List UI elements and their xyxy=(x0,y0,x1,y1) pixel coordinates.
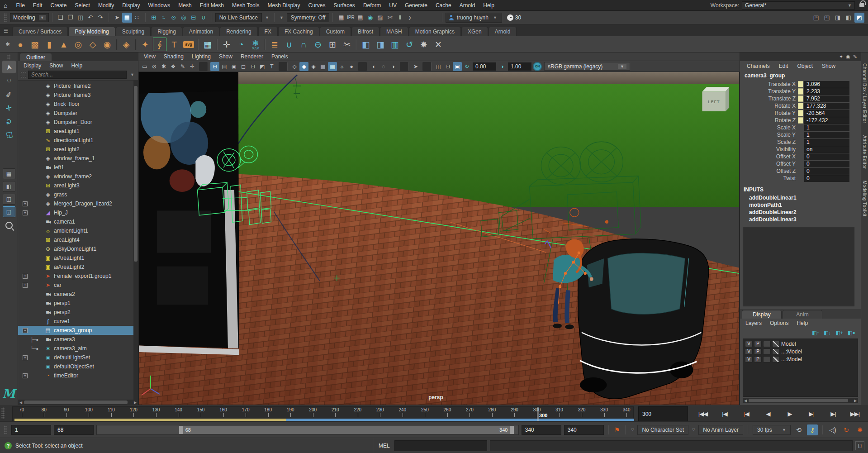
wall-billboard[interactable] xyxy=(139,72,239,355)
outliner-item[interactable]: ■◂ persp1 xyxy=(18,299,133,308)
layer-display-toggle[interactable] xyxy=(763,356,771,362)
outliner-item[interactable]: ▣ aiAreaLight1 xyxy=(18,253,133,262)
lock-camera-icon[interactable]: ⊘ xyxy=(150,62,159,71)
menu-item[interactable]: View xyxy=(140,52,159,61)
car-object[interactable] xyxy=(578,239,709,399)
smooth-icon[interactable]: ◨ xyxy=(374,38,387,51)
outliner-item[interactable]: ⊕ aiSkyDomeLight1 xyxy=(18,244,133,253)
safe-action-icon[interactable]: ◩ xyxy=(258,62,267,71)
chevron-down-icon[interactable]: ▼ xyxy=(278,15,285,20)
display-rgb-icon[interactable]: ▨ xyxy=(375,13,385,23)
isolate-select-icon[interactable]: ➤ xyxy=(411,62,420,71)
motion-blur-icon[interactable]: ◌ xyxy=(379,62,388,71)
lighting-icon[interactable]: ☼ xyxy=(337,62,346,71)
field-chart-icon[interactable]: ⊡ xyxy=(248,62,257,71)
layer-display-toggle[interactable] xyxy=(763,341,771,347)
pan-zoom-icon[interactable]: ✛ xyxy=(188,62,197,71)
layout-two-pane-icon[interactable]: ◧ xyxy=(3,181,15,192)
shelf-gear-icon[interactable]: ✱ xyxy=(3,41,13,48)
filter-icon[interactable] xyxy=(21,72,26,77)
multi-cut-icon[interactable]: ▥ xyxy=(388,38,402,51)
step-forward-key-button[interactable]: ▶| xyxy=(801,408,822,420)
select-component-icon[interactable]: ∷ xyxy=(132,13,142,23)
channel-row[interactable]: Scale Y 1 xyxy=(740,131,861,138)
boolean-union-icon[interactable]: ∪ xyxy=(282,38,296,51)
poly-cube-icon[interactable]: ▩ xyxy=(28,38,42,51)
chevron-down-icon[interactable]: ▼ xyxy=(128,72,136,77)
use-default-material-icon[interactable]: ▦ xyxy=(328,62,337,71)
render-frame-icon[interactable]: ▦ xyxy=(336,13,346,23)
menu-item[interactable]: Object xyxy=(793,62,817,70)
layer-visibility-toggle[interactable]: V xyxy=(745,341,753,347)
viewport-icon[interactable] xyxy=(358,62,367,71)
stack-icon[interactable]: ≣ xyxy=(268,38,281,51)
new-scene-icon[interactable]: ❏ xyxy=(56,13,66,23)
render-sequence-icon[interactable]: ▤ xyxy=(355,13,365,23)
layer-row[interactable]: V P ...:Model xyxy=(744,355,857,363)
layer-visibility-toggle[interactable]: V xyxy=(745,356,753,362)
current-frame-field[interactable]: 300 xyxy=(638,406,688,421)
channel-row[interactable]: Translate Z 7.952 xyxy=(740,95,861,102)
menu-item[interactable]: Show xyxy=(818,62,840,70)
view-transform-select[interactable]: sRGB gamma (legacy)▼ xyxy=(544,62,630,71)
layout-outliner-persp-icon[interactable]: ◱ xyxy=(3,206,15,217)
fps-select[interactable]: 30 fps▼ xyxy=(753,425,791,435)
character-set-select[interactable]: No Character Set xyxy=(637,425,688,435)
animation-end-field[interactable]: 340 xyxy=(564,425,604,435)
menu-item[interactable]: Shading xyxy=(160,52,187,61)
go-to-end-button[interactable]: ▶▶| xyxy=(844,408,865,420)
grip-handle[interactable] xyxy=(1,407,5,419)
range-end-handle[interactable] xyxy=(510,426,514,434)
outliner-item[interactable]: ├─● ■◂ camera3 xyxy=(18,335,133,344)
channel-value-field[interactable]: 0 xyxy=(804,153,849,160)
shelf-tab[interactable]: Curves / Surfaces xyxy=(12,27,68,36)
move-layer-up-icon[interactable]: ◧↑ xyxy=(812,330,819,336)
ssao-icon[interactable]: ◐ xyxy=(370,62,379,71)
chevron-down-icon[interactable]: ▼ xyxy=(263,15,271,20)
expand-toggle[interactable]: + xyxy=(23,283,28,288)
shelf-tab[interactable]: Custom xyxy=(320,27,351,36)
go-to-start-button[interactable]: |◀◀ xyxy=(693,408,713,420)
layer-playback-toggle[interactable]: P xyxy=(754,356,762,362)
spin-edge-icon[interactable]: ✸ xyxy=(417,38,431,51)
outliner-item[interactable]: + ◈ Merged_Dragon_lizard2 xyxy=(18,199,133,208)
expand-toggle[interactable]: + xyxy=(23,274,28,279)
channel-row[interactable]: Visibility on xyxy=(740,146,861,153)
chevron-right-icon[interactable]: ❯ xyxy=(406,15,413,20)
menu-item[interactable]: Show xyxy=(215,52,236,61)
timeline-track[interactable]: 300 708090100110120130140150160170180190… xyxy=(12,406,634,421)
bookmark-icon[interactable]: ⚑ xyxy=(613,426,621,434)
step-forward-frame-button[interactable]: ▶| xyxy=(823,408,844,420)
viewport-icon[interactable] xyxy=(279,62,288,71)
expand-toggle[interactable]: + xyxy=(23,210,28,215)
scale-tool-icon[interactable]: ◰ xyxy=(2,129,16,141)
shelf-tab[interactable]: FX xyxy=(258,27,278,36)
shelf-tab[interactable]: MASH xyxy=(380,27,408,36)
layer-color-swatch[interactable] xyxy=(772,348,780,355)
outliner-item[interactable]: ■◂ camera2 xyxy=(18,290,133,299)
menu-item[interactable]: Renderer xyxy=(237,52,267,61)
channel-row[interactable]: Scale X 1 xyxy=(740,124,861,131)
outliner-item[interactable]: + ◢ Hip_J xyxy=(18,208,133,217)
outliner-item[interactable]: ∫ curve1 xyxy=(18,317,133,326)
poly-helix-icon[interactable]: ∮ xyxy=(153,38,166,51)
outliner-item[interactable]: ■◂ left1 xyxy=(18,163,133,172)
input-node[interactable]: addDoubleLinear2 xyxy=(740,209,861,216)
layer-playback-toggle[interactable]: P xyxy=(754,341,762,347)
mute-audio-icon[interactable]: ◁) xyxy=(827,424,838,435)
outliner-item[interactable]: ◈ Brick_floor xyxy=(18,100,133,109)
menu-item[interactable]: Display xyxy=(118,1,144,10)
auto-key-toggle[interactable]: ⚷ xyxy=(807,424,818,435)
channel-value-field[interactable]: 1 xyxy=(804,124,849,131)
step-back-frame-button[interactable]: |◀ xyxy=(714,408,735,420)
outliner-item[interactable]: − ▤ camera3_group xyxy=(18,326,133,335)
menu-item[interactable]: Help xyxy=(793,319,811,327)
svg-tool-icon[interactable]: svg xyxy=(182,38,195,51)
sidebar-tab[interactable]: Modeling Toolkit xyxy=(862,181,867,217)
resolution-gate-icon[interactable]: ◉ xyxy=(229,62,238,71)
command-language-label[interactable]: MEL xyxy=(377,443,392,449)
menu-item[interactable]: Lighting xyxy=(188,52,214,61)
poly-cone-icon[interactable]: ▲ xyxy=(57,38,71,51)
outliner-item[interactable]: ▣ aiAreaLight2 xyxy=(18,262,133,272)
channel-row[interactable]: Rotate X 177.328 xyxy=(740,102,861,110)
